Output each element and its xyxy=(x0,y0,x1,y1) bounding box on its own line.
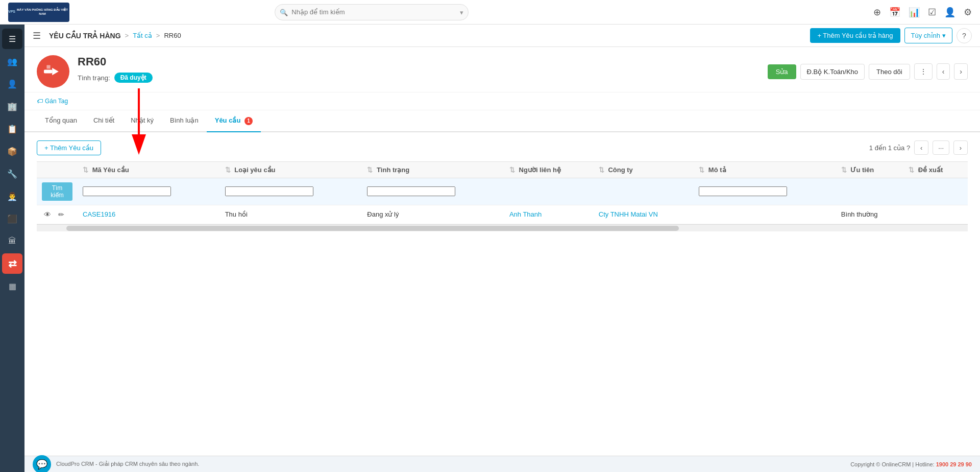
pagination-info: 1 đến 1 của ? ‹ ··· › xyxy=(869,140,968,155)
tag-icon: 🏷 xyxy=(37,98,43,105)
edit-row-button[interactable]: ✏ xyxy=(56,209,66,220)
add-circle-icon[interactable]: ⊕ xyxy=(873,7,881,18)
filter-cong-ty-cell xyxy=(594,178,694,205)
sidebar-item-menu[interactable]: ☰ xyxy=(2,29,22,49)
breadcrumb-sep2: > xyxy=(156,32,160,39)
filter-mo-ta-cell xyxy=(694,178,836,205)
search-icon: 🔍 xyxy=(280,8,288,16)
follow-button[interactable]: Theo dõi xyxy=(869,64,910,80)
filter-uu-tien-cell xyxy=(836,178,903,205)
add-yeu-cau-button[interactable]: + Thêm Yêu cầu xyxy=(37,140,101,155)
sidebar-item-contacts[interactable]: 👥 xyxy=(2,51,22,72)
sidebar-item-building[interactable]: 🏛 xyxy=(2,231,22,251)
sidebar-item-exchange[interactable]: ⇄ xyxy=(2,253,22,274)
record-info: RR60 Tình trạng: Đã duyệt xyxy=(78,55,760,83)
pagination-text: 1 đến 1 của ? xyxy=(869,144,910,152)
filter-loai-yeu-cau-input[interactable] xyxy=(225,186,313,196)
cell-loai-yeu-cau: Thu hồi xyxy=(220,205,362,224)
toolbar-row: + Thêm Yêu cầu 1 đến 1 của ? ‹ ··· › xyxy=(37,140,968,155)
customize-button[interactable]: Tùy chỉnh ▾ xyxy=(904,28,952,43)
sidebar-item-projects[interactable]: ⬛ xyxy=(2,208,22,229)
search-input[interactable] xyxy=(275,4,469,20)
top-navigation: VPS MÁY VĂN PHÒNG HÀNG ĐẦU VIỆT NAM 🔍 ▾ … xyxy=(0,0,980,25)
search-bar: 🔍 ▾ xyxy=(275,4,469,20)
chart-icon[interactable]: 📊 xyxy=(909,7,920,18)
tab-content-yeu-cau: + Thêm Yêu cầu 1 đến 1 của ? ‹ ··· › xyxy=(24,132,980,240)
col-nguoi-lien-he-header[interactable]: ⇅ Người liên hệ xyxy=(504,161,594,178)
sidebar-item-staff[interactable]: 👨‍💼 xyxy=(2,186,22,206)
pagination-prev-button[interactable]: ‹ xyxy=(914,140,928,155)
record-actions: Sửa Đ.Bộ K.Toán/Kho Theo dõi ⋮ ‹ › xyxy=(768,63,968,80)
chat-bubble-button[interactable]: 💬 xyxy=(33,455,51,473)
cell-tinh-trang: Đang xử lý xyxy=(362,205,504,224)
sidebar-item-company[interactable]: 🏢 xyxy=(2,96,22,116)
filter-mo-ta-input[interactable] xyxy=(699,186,787,196)
sidebar-item-documents[interactable]: 📋 xyxy=(2,119,22,139)
edit-button[interactable]: Sửa xyxy=(768,64,796,79)
breadcrumb-menu-icon[interactable]: ☰ xyxy=(33,30,41,41)
next-record-button[interactable]: › xyxy=(954,63,968,80)
cell-de-xuat xyxy=(903,205,968,224)
col-actions-header xyxy=(37,161,78,178)
view-row-button[interactable]: 👁 xyxy=(42,209,53,220)
col-mo-ta-header[interactable]: ⇅ Mô tả xyxy=(694,161,836,178)
horizontal-scrollbar[interactable] xyxy=(37,224,968,231)
settings-icon[interactable]: ⚙ xyxy=(964,7,972,18)
filter-tinh-trang-cell xyxy=(362,178,504,205)
footer: 💬 CloudPro CRM - Giải pháp CRM chuyên sâ… xyxy=(24,456,980,472)
user-icon[interactable]: 👤 xyxy=(944,7,955,18)
main-layout: ☰ 👥 👤 🏢 📋 📦 🔧 👨‍💼 ⬛ 🏛 ⇄ ▦ ☰ YÊU CẦU TRẢ … xyxy=(0,25,980,472)
cong-ty-link[interactable]: Cty TNHH Matai VN xyxy=(599,210,658,218)
col-de-xuat-header[interactable]: ⇅ Đề xuất xyxy=(903,161,968,178)
tasks-icon[interactable]: ☑ xyxy=(928,7,936,18)
add-return-request-button[interactable]: + Thêm Yêu cầu trả hàng xyxy=(810,28,900,43)
more-options-button[interactable]: ⋮ xyxy=(914,63,933,80)
row-actions-cell: 👁 ✏ xyxy=(37,205,78,224)
calendar-icon[interactable]: 📅 xyxy=(889,7,900,18)
col-loai-yeu-cau-header[interactable]: ⇅ Loại yêu cầu xyxy=(220,161,362,178)
sidebar-item-tools[interactable]: 🔧 xyxy=(2,163,22,184)
tab-binh-luan[interactable]: Bình luận xyxy=(162,110,207,132)
col-cong-ty-header[interactable]: ⇅ Công ty xyxy=(594,161,694,178)
tab-chi-tiet[interactable]: Chi tiết xyxy=(85,110,122,132)
col-ma-yeu-cau-header[interactable]: ⇅ Mã Yêu cầu xyxy=(78,161,220,178)
company-logo: VPS MÁY VĂN PHÒNG HÀNG ĐẦU VIỆT NAM xyxy=(8,3,69,22)
filter-loai-yeu-cau-cell xyxy=(220,178,362,205)
footer-text: CloudPro CRM - Giải pháp CRM chuyên sâu … xyxy=(56,461,199,467)
sort-tinh-trang-icon: ⇅ xyxy=(367,166,373,174)
nguoi-lien-he-link[interactable]: Anh Thanh xyxy=(509,210,542,218)
filter-ma-yeu-cau-input[interactable] xyxy=(83,186,171,196)
accounting-sync-button[interactable]: Đ.Bộ K.Toán/Kho xyxy=(800,64,865,80)
sort-loai-yeu-cau-icon: ⇅ xyxy=(225,166,231,174)
sidebar: ☰ 👥 👤 🏢 📋 📦 🔧 👨‍💼 ⬛ 🏛 ⇄ ▦ xyxy=(0,25,24,472)
footer-right: Copyright © OnlineCRM | Hotline: 1900 29… xyxy=(850,461,972,467)
breadcrumb-title: YÊU CẦU TRẢ HÀNG xyxy=(49,32,121,40)
tabs-row: Tổng quan Chi tiết Nhật ký Bình luận Yêu… xyxy=(24,110,980,132)
table-header-row: ⇅ Mã Yêu cầu ⇅ Loại yêu cầu ⇅ Tình trạng xyxy=(37,161,968,178)
col-uu-tien-header[interactable]: ⇅ Ưu tiên xyxy=(836,161,903,178)
record-title: RR60 xyxy=(78,55,760,68)
breadcrumb-all-link[interactable]: Tất cả xyxy=(133,32,152,39)
sidebar-item-reports[interactable]: ▦ xyxy=(2,276,22,296)
filter-search-button[interactable]: Tìm kiếm xyxy=(42,182,72,201)
tab-nhat-ky[interactable]: Nhật ký xyxy=(122,110,162,132)
tab-yeu-cau-badge: 1 xyxy=(244,117,253,125)
sidebar-item-person[interactable]: 👤 xyxy=(2,74,22,94)
pagination-options-button[interactable]: ··· xyxy=(933,140,949,155)
tab-yeu-cau[interactable]: Yêu cầu 1 xyxy=(207,110,261,132)
prev-record-button[interactable]: ‹ xyxy=(937,63,950,80)
sort-mo-ta-icon: ⇅ xyxy=(699,166,704,174)
sidebar-item-packages[interactable]: 📦 xyxy=(2,141,22,161)
ma-yeu-cau-link[interactable]: CASE1916 xyxy=(83,210,115,218)
tab-tong-quan[interactable]: Tổng quan xyxy=(37,110,85,132)
help-button[interactable]: ? xyxy=(957,28,972,43)
pagination-next-button[interactable]: › xyxy=(953,140,968,155)
sort-ma-yeu-cau-icon: ⇅ xyxy=(83,166,88,174)
scrollbar-thumb[interactable] xyxy=(66,226,679,231)
add-tag-link[interactable]: 🏷 Gán Tag xyxy=(37,98,68,105)
record-header: RR60 Tình trạng: Đã duyệt Sửa Đ.Bộ K.Toá… xyxy=(24,47,980,92)
filter-tinh-trang-input[interactable] xyxy=(367,186,455,196)
col-tinh-trang-header[interactable]: ⇅ Tình trạng xyxy=(362,161,504,178)
search-dropdown-icon[interactable]: ▾ xyxy=(460,8,463,16)
svg-marker-1 xyxy=(52,68,59,75)
